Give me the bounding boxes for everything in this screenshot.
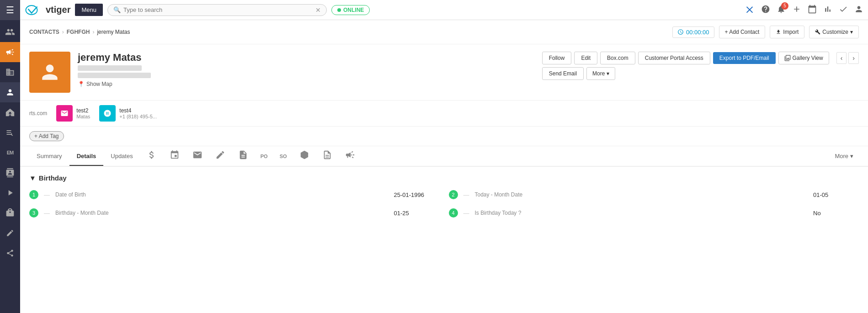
field-value-1: 25-01-1996 — [394, 191, 440, 198]
x-icon[interactable] — [745, 4, 755, 16]
export-pdf-button[interactable]: Export to PDF/Email — [713, 52, 776, 64]
related-item-1[interactable]: test4 +1 (818) 495-5... — [99, 105, 157, 122]
edit-button[interactable]: Edit — [574, 52, 597, 64]
field-num-2: 2 — [449, 190, 458, 199]
field-label-2: Today - Month Date — [475, 191, 810, 198]
customize-dropdown-icon: ▾ — [850, 29, 853, 35]
user-profile-icon[interactable] — [854, 5, 863, 16]
plus-icon[interactable] — [792, 5, 801, 16]
field-num-4: 4 — [449, 208, 458, 218]
search-input[interactable] — [123, 6, 315, 13]
add-contact-button[interactable]: + Add Contact — [719, 26, 766, 38]
checkmark-icon[interactable] — [839, 5, 848, 16]
next-record-button[interactable]: › — [848, 52, 859, 64]
collapse-arrow-icon[interactable]: ▼ — [29, 174, 36, 182]
breadcrumb-current: jeremy Matas — [97, 29, 130, 35]
sidebar-item-person[interactable] — [0, 82, 20, 102]
customer-portal-button[interactable]: Customer Portal Access — [638, 52, 710, 64]
menu-button[interactable]: Menu — [75, 4, 103, 16]
send-email-button[interactable]: Send Email — [542, 67, 584, 80]
tabs-more-button[interactable]: More ▾ — [829, 149, 859, 163]
tab-summary[interactable]: Summary — [29, 147, 69, 166]
chart-icon[interactable] — [823, 5, 832, 16]
sidebar-item-pencil[interactable] — [0, 223, 20, 243]
field-value-2: 01-05 — [813, 191, 859, 198]
clear-search-icon[interactable]: ✕ — [315, 6, 321, 14]
sidebar: ☰ EM — [0, 0, 20, 313]
main-content: CONTACTS › fghfgh › jeremy Matas 00:00:0… — [20, 20, 868, 313]
related-items-bar: rts.com test2 Matas test4 +1 (818) 495-5… — [20, 101, 868, 127]
breadcrumb-sep-2: › — [92, 29, 94, 35]
tab-calendar[interactable] — [163, 146, 186, 167]
contact-phone — [78, 65, 142, 71]
related-item-text-1: test4 +1 (818) 495-5... — [119, 107, 157, 119]
tab-document[interactable] — [232, 146, 255, 167]
timer-value: 00:00:00 — [686, 29, 709, 36]
boxcom-button[interactable]: Box.com — [600, 52, 635, 64]
sidebar-item-accounts[interactable] — [0, 62, 20, 82]
sidebar-item-notes[interactable] — [0, 122, 20, 143]
show-map-link[interactable]: 📍 Show Map — [78, 81, 535, 87]
tags-bar: + Add Tag — [20, 127, 868, 146]
related-item-text-0: test2 Matas — [76, 107, 90, 119]
sidebar-item-briefcase[interactable] — [0, 203, 20, 223]
gallery-view-button[interactable]: Gallery View — [778, 52, 829, 64]
field-label-1: Date of Birth — [55, 191, 390, 198]
breadcrumb: CONTACTS › fghfgh › jeremy Matas — [29, 29, 130, 35]
contact-avatar — [29, 52, 70, 93]
online-status: ONLINE — [331, 5, 370, 15]
tab-box[interactable] — [293, 146, 316, 167]
vtiger-logo — [25, 3, 43, 17]
map-pin-icon: 📍 — [78, 81, 85, 87]
breadcrumb-root[interactable]: CONTACTS — [29, 29, 59, 35]
search-bar: 🔍 ✕ — [107, 4, 327, 16]
more-dropdown-button[interactable]: More ▾ — [586, 67, 615, 80]
calendar-icon[interactable] — [808, 5, 817, 16]
tab-po[interactable]: PO — [255, 150, 274, 164]
timer-display: 00:00:00 — [672, 27, 714, 38]
related-icon-teal — [99, 105, 116, 122]
bell-icon[interactable]: 5 — [777, 5, 786, 16]
birthday-section: ▼ Birthday 1 — Date of Birth 25-01-1996 … — [20, 167, 868, 228]
tab-so[interactable]: SO — [274, 150, 293, 164]
breadcrumb-parent[interactable]: fghfgh — [67, 29, 90, 35]
action-row-1: Follow Edit Box.com Customer Portal Acce… — [542, 52, 859, 64]
person-avatar-icon — [38, 61, 61, 84]
sidebar-item-share[interactable] — [0, 243, 20, 263]
customize-button[interactable]: Customize ▾ — [809, 26, 859, 38]
field-label-4: Is Birthday Today ? — [475, 210, 810, 216]
sidebar-item-arrow[interactable] — [0, 183, 20, 203]
follow-button[interactable]: Follow — [542, 52, 572, 64]
tab-file[interactable] — [316, 146, 339, 167]
tab-details[interactable]: Details — [69, 147, 104, 166]
related-item-0[interactable]: test2 Matas — [56, 105, 90, 122]
section-title-birthday: ▼ Birthday — [29, 174, 859, 182]
prev-record-button[interactable]: ‹ — [836, 52, 847, 64]
tabs-more-dropdown-icon: ▾ — [850, 153, 853, 159]
tab-dollar-bag[interactable] — [140, 146, 163, 167]
import-button[interactable]: Import — [770, 26, 804, 38]
tab-edit-doc[interactable] — [209, 146, 232, 167]
field-row-1: 1 — Date of Birth 25-01-1996 — [29, 187, 440, 202]
tab-email[interactable] — [186, 146, 209, 167]
tab-broadcast[interactable] — [339, 146, 362, 167]
field-row-3: 3 — Birthday - Month Date 01-25 — [29, 206, 440, 220]
sidebar-hamburger[interactable]: ☰ — [0, 0, 20, 20]
sidebar-item-contacts[interactable] — [0, 22, 20, 42]
contact-header: jeremy Matas 📍 Show Map Follow Edit Box.… — [20, 44, 868, 101]
contact-info: jeremy Matas 📍 Show Map — [78, 52, 535, 87]
tab-updates[interactable]: Updates — [103, 147, 140, 166]
sidebar-item-buildings[interactable] — [0, 102, 20, 122]
field-value-3: 01-25 — [394, 210, 440, 217]
sidebar-item-megaphone[interactable] — [0, 42, 20, 62]
sidebar-item-em[interactable]: EM — [0, 143, 20, 163]
field-row-4: 4 — Is Birthday Today ? No — [449, 206, 859, 220]
help-icon[interactable] — [761, 5, 770, 16]
field-value-4: No — [813, 210, 859, 217]
logo: vtiger — [25, 3, 70, 17]
nav-arrows: ‹ › — [836, 52, 859, 64]
breadcrumb-sep-1: › — [62, 29, 64, 35]
breadcrumb-actions: 00:00:00 + Add Contact Import Customize … — [672, 26, 859, 38]
add-tag-button[interactable]: + Add Tag — [29, 131, 64, 141]
sidebar-item-addressbook[interactable] — [0, 163, 20, 183]
